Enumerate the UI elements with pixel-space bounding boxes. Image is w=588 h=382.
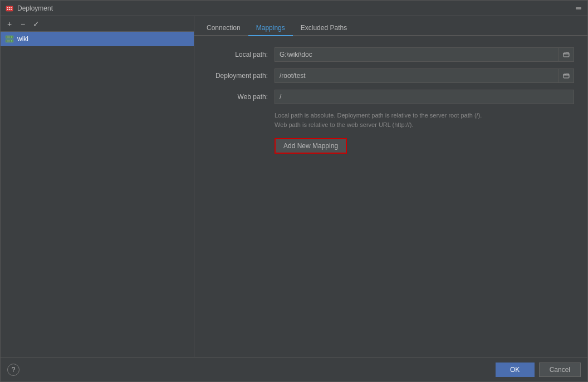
main-panel: Connection Mappings Excluded Paths Local…: [194, 16, 587, 357]
info-line-1: Local path is absolute. Deployment path …: [275, 111, 574, 120]
server-icon: [5, 35, 14, 43]
window-icon: [5, 4, 14, 13]
svg-point-10: [11, 37, 12, 38]
deployment-path-browse-button[interactable]: [558, 69, 574, 82]
deployment-path-row: Deployment path:: [208, 68, 574, 83]
svg-rect-7: [576, 7, 581, 9]
svg-rect-5: [9, 9, 10, 10]
svg-rect-6: [11, 9, 12, 10]
add-new-mapping-button[interactable]: Add New Mapping: [275, 138, 347, 154]
svg-rect-13: [7, 41, 10, 42]
sidebar-list: wiki: [1, 32, 194, 357]
ok-button[interactable]: OK: [496, 363, 535, 377]
deployment-path-input[interactable]: [275, 69, 558, 82]
deployment-path-label: Deployment path:: [208, 72, 275, 80]
svg-rect-4: [7, 9, 8, 10]
info-text: Local path is absolute. Deployment path …: [275, 111, 574, 129]
svg-rect-0: [6, 6, 13, 11]
tabs-bar: Connection Mappings Excluded Paths: [194, 16, 587, 36]
svg-rect-3: [11, 7, 12, 8]
add-server-button[interactable]: +: [4, 18, 15, 30]
confirm-button[interactable]: ✓: [31, 18, 42, 30]
sidebar-item-label: wiki: [17, 35, 28, 43]
window-title: Deployment: [17, 4, 574, 12]
svg-point-11: [11, 41, 12, 42]
bottom-bar: ? OK Cancel: [1, 357, 587, 381]
local-path-row: Local path:: [208, 47, 574, 62]
bottom-actions: OK Cancel: [496, 363, 581, 377]
web-path-input-wrapper: [275, 90, 574, 104]
local-path-input[interactable]: [275, 48, 558, 61]
content-area: + − ✓ wiki: [1, 16, 587, 357]
sidebar: + − ✓ wiki: [1, 16, 194, 357]
deployment-path-input-wrapper: [275, 68, 574, 83]
local-path-label: Local path:: [208, 51, 275, 58]
cancel-button[interactable]: Cancel: [539, 363, 581, 377]
tab-excluded-paths[interactable]: Excluded Paths: [293, 21, 355, 36]
info-line-2: Web path is relative to the web server U…: [275, 120, 574, 130]
tab-mappings[interactable]: Mappings: [248, 21, 293, 36]
tab-content-mappings: Local path: Deployme: [194, 36, 587, 357]
close-button[interactable]: [574, 4, 583, 13]
web-path-label: Web path:: [208, 93, 275, 101]
help-button[interactable]: ?: [7, 364, 19, 376]
local-path-browse-button[interactable]: [558, 48, 574, 61]
local-path-input-wrapper: [275, 47, 574, 62]
sidebar-toolbar: + − ✓: [1, 16, 194, 32]
svg-rect-2: [9, 7, 10, 8]
svg-rect-1: [7, 7, 8, 8]
tab-connection[interactable]: Connection: [199, 21, 248, 36]
web-path-input[interactable]: [275, 90, 574, 104]
web-path-row: Web path:: [208, 90, 574, 104]
deployment-window: Deployment + − ✓: [0, 0, 588, 382]
title-bar: Deployment: [1, 1, 587, 16]
remove-server-button[interactable]: −: [17, 18, 28, 30]
sidebar-item-wiki[interactable]: wiki: [1, 32, 194, 46]
svg-rect-12: [7, 37, 10, 38]
